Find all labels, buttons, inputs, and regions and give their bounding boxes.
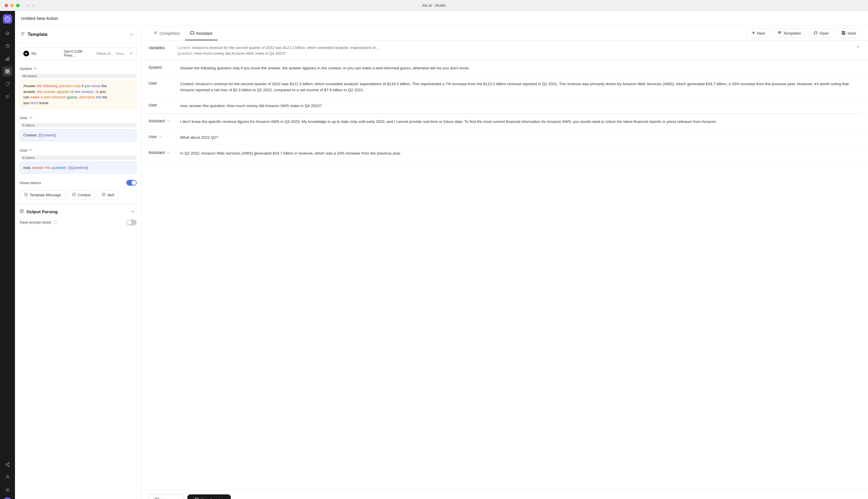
variables-content: Context: Amazon's revenue for the second…	[177, 45, 849, 56]
svg-rect-2	[6, 59, 7, 60]
close-button[interactable]	[4, 4, 8, 7]
show-tokens-label: Show tokens	[20, 181, 41, 185]
user-3-content: What about 2022 Q2?	[180, 134, 861, 141]
user-1-content: Context: Amazon's revenue for the second…	[180, 81, 861, 93]
user-1-message-block[interactable]: Context: {{Context}}	[20, 129, 137, 141]
assistant-tab-icon	[190, 31, 194, 36]
user-1-text-var: {{Context}}	[38, 133, 56, 137]
user-2-text-var: {{Question}}	[68, 166, 88, 170]
maximize-button[interactable]	[16, 4, 20, 7]
user-section-1-header[interactable]: User	[15, 113, 141, 122]
skill-button[interactable]: Skill	[97, 190, 119, 200]
sidebar-icon-refresh[interactable]	[2, 79, 13, 89]
back-button[interactable]: ‹	[26, 2, 30, 9]
save-prompt-toggle[interactable]	[126, 220, 137, 225]
template-header: Template	[15, 26, 141, 44]
sys-text-6: you	[85, 84, 92, 88]
forward-button[interactable]: ›	[32, 2, 35, 9]
svg-point-15	[7, 489, 8, 491]
output-parsing-collapse-button[interactable]	[129, 207, 137, 216]
assistant-tab-label: Assistant	[196, 31, 212, 36]
model-provider-logo	[23, 51, 29, 57]
user-2-label: User	[20, 148, 27, 153]
new-label: New	[757, 31, 765, 35]
user-3-label-col: User	[148, 134, 174, 141]
show-tokens-toggle[interactable]	[126, 180, 137, 186]
completion-tab-icon	[154, 31, 158, 36]
sys-text-3: question	[59, 84, 74, 88]
sidebar-icon-logs[interactable]	[2, 92, 13, 102]
save-prompt-label-group: Save prompt result ⓘ	[20, 220, 57, 225]
left-panel: Template Klu Gp	[15, 26, 142, 499]
right-content: Variables Context: Amazon's revenue for …	[142, 41, 868, 490]
sys-text-22: guess;	[67, 95, 79, 99]
sidebar-icon-chart[interactable]	[2, 53, 13, 64]
skill-icon	[101, 193, 106, 197]
template-message-icon	[24, 193, 28, 197]
run-session-label: Run Session	[201, 498, 224, 499]
sidebar-icon-actions[interactable]	[2, 66, 13, 76]
sys-text-5: if	[82, 84, 85, 88]
user-2-message-block[interactable]: now, answer this question: {{Question}}	[20, 162, 137, 174]
assistant-2-content: In Q2 2022, Amazon Web Services (AWS) ge…	[180, 150, 861, 157]
user-2-content: now, answer this question: How much mone…	[180, 103, 861, 109]
minimize-button[interactable]	[10, 4, 14, 7]
user-2-text-answer: answer	[32, 166, 45, 170]
system-section-header[interactable]: System	[15, 64, 141, 73]
collapse-button[interactable]	[127, 31, 136, 39]
open-button[interactable]: Open	[809, 28, 834, 38]
show-tokens-row: Show tokens	[15, 178, 141, 188]
run-session-button[interactable]: Run Session	[187, 495, 231, 499]
svg-rect-24	[20, 211, 22, 213]
sys-text-12: appears	[57, 89, 71, 94]
variables-expand-icon[interactable]	[855, 45, 861, 56]
message-button[interactable]: Message	[148, 494, 184, 499]
template-icon	[21, 32, 25, 37]
sidebar-icon-team[interactable]	[2, 472, 13, 482]
tab-assistant[interactable]: Assistant	[185, 27, 218, 40]
svg-rect-4	[8, 57, 9, 60]
context-button[interactable]: Context	[68, 190, 95, 200]
message-icon	[155, 497, 159, 499]
svg-rect-22	[20, 209, 22, 211]
template-message-button[interactable]: Template Message	[20, 190, 65, 200]
model-selector[interactable]: Klu Gpt-4-1106-Previ... Tokens 22... Tem…	[20, 47, 137, 60]
user-3-chevron-icon[interactable]	[159, 134, 162, 139]
right-top-bar: Completion Assistant	[142, 26, 868, 41]
assistant-1-chevron-icon[interactable]	[167, 119, 170, 123]
svg-rect-25	[843, 32, 844, 32]
user-avatar[interactable]: U	[3, 497, 12, 499]
sys-text-26: you	[23, 101, 30, 105]
system-message-block[interactable]: Answer the following question only if yo…	[20, 80, 137, 109]
sidebar-icon-integrations[interactable]	[2, 459, 13, 470]
template-label: Template	[28, 32, 48, 37]
save-prompt-row: Save prompt result ⓘ	[15, 218, 141, 229]
sidebar-icon-settings[interactable]	[2, 485, 13, 495]
user-1-role-label: User	[148, 81, 157, 85]
save-button[interactable]: Save	[836, 28, 861, 38]
sidebar-icon-analytics[interactable]	[2, 41, 13, 51]
run-session-icon	[194, 497, 199, 499]
templates-button[interactable]: Templates	[773, 28, 806, 38]
user-2-token-badge: 9 tokens	[20, 155, 137, 160]
info-icon: ⓘ	[53, 220, 57, 224]
page-title: Untitled New Action	[21, 16, 58, 21]
system-token-badge: 36 tokens	[20, 74, 137, 78]
app-logo[interactable]	[3, 14, 12, 24]
conv-row-user-2: User now, answer this question: How much…	[142, 98, 868, 114]
conv-row-user-1: User Context: Amazon's revenue for the s…	[142, 76, 868, 98]
conv-row-system: System Answer the following question onl…	[142, 60, 868, 76]
sys-text-20: a	[40, 95, 44, 99]
user-3-role-label: User	[148, 134, 157, 139]
user-2-text-this: this	[45, 166, 52, 170]
tab-completion[interactable]: Completion	[148, 27, 185, 40]
sidebar-icon-home[interactable]	[2, 28, 13, 39]
assistant-2-chevron-icon[interactable]	[167, 150, 170, 155]
user-section-2-header[interactable]: User	[15, 145, 141, 154]
svg-rect-17	[21, 34, 24, 34]
assistant-2-label-col: Assistant	[148, 150, 174, 157]
sys-text-11: answer	[44, 89, 57, 94]
system-label: System	[20, 66, 32, 71]
sys-text-17: you	[100, 89, 106, 94]
new-button[interactable]: New	[747, 28, 770, 38]
